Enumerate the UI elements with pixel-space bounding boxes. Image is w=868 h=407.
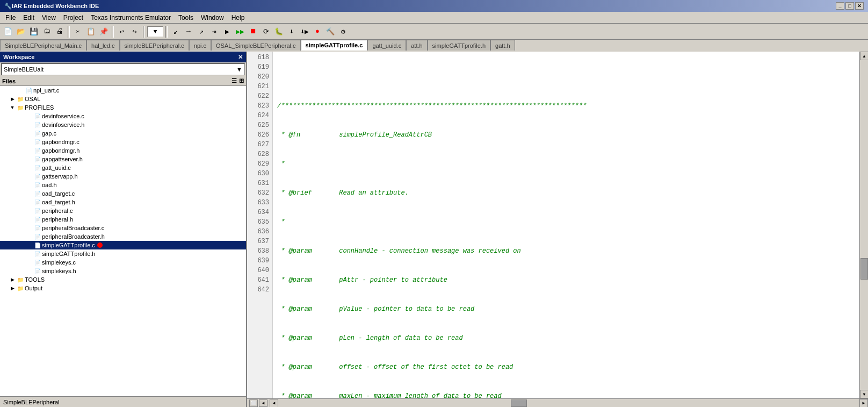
breakpoint-button[interactable]: ● bbox=[312, 26, 323, 38]
print-button[interactable]: 🖨 bbox=[54, 26, 66, 38]
workspace-close-button[interactable]: ✕ bbox=[238, 54, 243, 61]
tab-simpleGATTprofile-h[interactable]: simpleGATTprofile.h bbox=[428, 40, 490, 51]
run-to-cursor-button[interactable]: ▶ bbox=[221, 26, 233, 38]
tree-item-oad-target-h[interactable]: 📄 oad_target.h bbox=[0, 198, 246, 206]
tree-label-peripheral-c: peripheral.c bbox=[42, 208, 73, 214]
tree-label-oad-target-c: oad_target.c bbox=[42, 190, 75, 197]
tree-item-PROFILES[interactable]: ▼ 📁 PROFILES bbox=[0, 103, 246, 112]
bookmark-icon[interactable]: ⬜ bbox=[249, 399, 258, 407]
tree-item-TOOLS[interactable]: ▶ 📁 TOOLS bbox=[0, 275, 246, 284]
open-file-button[interactable]: 📂 bbox=[15, 26, 27, 38]
tree-item-simpleGATTprofile-h[interactable]: 📄 simpleGATTprofile.h bbox=[0, 249, 246, 258]
next-statement-button[interactable]: ⇥ bbox=[208, 26, 220, 38]
save-button[interactable]: 💾 bbox=[28, 26, 40, 38]
tree-item-gapgattserver-h[interactable]: 📄 gapgattserver.h bbox=[0, 155, 246, 163]
tree-expand-TOOLS[interactable]: ▶ bbox=[9, 276, 16, 283]
code-line-622: * @brief Read an attribute. bbox=[277, 188, 855, 198]
new-file-button[interactable]: 📄 bbox=[2, 26, 14, 38]
step-out-button[interactable]: ↗ bbox=[196, 26, 207, 38]
nav-back-icon[interactable]: ◀ bbox=[259, 399, 267, 407]
scroll-down-arrow[interactable]: ▼ bbox=[860, 390, 868, 398]
step-into-button[interactable]: ↙ bbox=[170, 26, 182, 38]
go-button[interactable]: ▶▶ bbox=[234, 26, 246, 38]
vertical-scroll-track[interactable] bbox=[860, 60, 868, 390]
download-run-button[interactable]: ⬇▶ bbox=[299, 26, 310, 38]
tree-expand-OSAL[interactable]: ▶ bbox=[9, 95, 16, 103]
tree-item-devinfoservice-c[interactable]: 📄 devinfoservice.c bbox=[0, 112, 246, 120]
h-file-icon-devinfoservice: 📄 bbox=[33, 121, 42, 128]
tree-item-gatt-uuid-c[interactable]: 📄 gatt_uuid.c bbox=[0, 163, 246, 172]
scroll-right-arrow[interactable]: ▶ bbox=[859, 399, 868, 408]
menu-edit[interactable]: Edit bbox=[20, 13, 38, 23]
tab-gatt-h[interactable]: gatt.h bbox=[490, 40, 515, 51]
tree-item-peripheral-h[interactable]: 📄 peripheral.h bbox=[0, 215, 246, 224]
line-num-641: 641 bbox=[247, 275, 269, 285]
tree-item-simplekeys-h[interactable]: 📄 simplekeys.h bbox=[0, 267, 246, 275]
tab-gatt_uuid[interactable]: gatt_uuid.c bbox=[367, 40, 406, 51]
tab-hal_lcd[interactable]: hal_lcd.c bbox=[86, 40, 119, 51]
tree-item-simplekeys-c[interactable]: 📄 simplekeys.c bbox=[0, 258, 246, 267]
tab-simpleBLEPeripheral[interactable]: simpleBLEPeripheral.c bbox=[120, 40, 189, 51]
menu-tools[interactable]: Tools bbox=[175, 13, 197, 23]
tab-SimpleBLEPeripheral_Main[interactable]: SimpleBLEPeripheral_Main.c bbox=[0, 40, 86, 51]
vertical-scroll-thumb[interactable] bbox=[860, 258, 868, 280]
tab-npi[interactable]: npi.c bbox=[189, 40, 211, 51]
tree-item-devinfoservice-h[interactable]: 📄 devinfoservice.h bbox=[0, 120, 246, 129]
tree-label-gapbondmgr-c: gapbondmgr.c bbox=[42, 139, 79, 145]
workspace-selector[interactable]: SimpleBLEUait ▼ bbox=[1, 63, 245, 75]
save-all-button[interactable]: 🗂 bbox=[41, 26, 53, 38]
files-view-icon[interactable]: ☰ bbox=[232, 77, 237, 84]
h-file-icon-gattservapp: 📄 bbox=[33, 173, 42, 180]
tree-item-Output[interactable]: ▶ 📁 Output bbox=[0, 284, 246, 292]
tree-item-peripheralBroadcaster-h[interactable]: 📄 peripheralBroadcaster.h bbox=[0, 232, 246, 241]
menu-window[interactable]: Window bbox=[198, 13, 227, 23]
close-button[interactable]: ✕ bbox=[855, 2, 864, 10]
code-content[interactable]: /***************************************… bbox=[273, 52, 859, 398]
tree-expand-PROFILES[interactable]: ▼ bbox=[9, 104, 16, 111]
files-settings-icon[interactable]: ⊞ bbox=[239, 77, 244, 84]
tree-item-npi-uart[interactable]: 📄 npi_uart.c bbox=[0, 86, 246, 95]
compile-button[interactable]: ⚙ bbox=[337, 26, 349, 38]
horizontal-scroll-track[interactable] bbox=[278, 399, 859, 408]
tree-item-gap-c[interactable]: 📄 gap.c bbox=[0, 129, 246, 138]
undo-button[interactable]: ↩ bbox=[116, 26, 128, 38]
workspace-dropdown-arrow[interactable]: ▼ bbox=[236, 66, 242, 73]
horizontal-scroll-thumb[interactable] bbox=[511, 399, 527, 407]
tree-item-gapbondmgr-c[interactable]: 📄 gapbondmgr.c bbox=[0, 138, 246, 146]
tab-OSAL_SimpleBLEPeripheral[interactable]: OSAL_SimpleBLEPeripheral.c bbox=[211, 40, 301, 51]
tree-item-gapbondmgr-h[interactable]: 📄 gapbondmgr.h bbox=[0, 146, 246, 155]
tree-expand-Output[interactable]: ▶ bbox=[9, 284, 16, 292]
minimize-button[interactable]: _ bbox=[836, 2, 844, 10]
cut-button[interactable]: ✂ bbox=[72, 26, 84, 38]
tab-att[interactable]: att.h bbox=[406, 40, 427, 51]
tab-simpleGATTprofile[interactable]: simpleGATTprofile.c bbox=[301, 40, 368, 51]
tree-item-oad-h[interactable]: 📄 oad.h bbox=[0, 181, 246, 189]
scroll-up-arrow[interactable]: ▲ bbox=[860, 52, 868, 60]
main-area: Workspace ✕ SimpleBLEUait ▼ Files ☰ ⊞ 📄 … bbox=[0, 52, 868, 407]
tree-item-peripheral-c[interactable]: 📄 peripheral.c bbox=[0, 206, 246, 215]
maximize-button[interactable]: □ bbox=[845, 2, 854, 10]
scroll-left-arrow[interactable]: ◀ bbox=[270, 399, 278, 408]
copy-button[interactable]: 📋 bbox=[85, 26, 97, 38]
tree-item-OSAL[interactable]: ▶ 📁 OSAL bbox=[0, 95, 246, 103]
redo-button[interactable]: ↪ bbox=[129, 26, 141, 38]
tree-item-gattservapp-h[interactable]: 📄 gattservapp.h bbox=[0, 172, 246, 181]
config-dropdown[interactable]: ▼ bbox=[147, 26, 163, 37]
stop-button[interactable]: ⏹ bbox=[247, 26, 259, 38]
debug-button[interactable]: 🐛 bbox=[273, 26, 285, 38]
tree-item-oad-target-c[interactable]: 📄 oad_target.c bbox=[0, 189, 246, 198]
menu-project[interactable]: Project bbox=[60, 13, 86, 23]
line-num-633: 633 bbox=[247, 198, 269, 208]
download-button[interactable]: ⬇ bbox=[286, 26, 298, 38]
menu-help[interactable]: Help bbox=[228, 13, 248, 23]
paste-button[interactable]: 📌 bbox=[98, 26, 110, 38]
tree-item-peripheralBroadcaster-c[interactable]: 📄 peripheralBroadcaster.c bbox=[0, 224, 246, 232]
menu-file[interactable]: File bbox=[2, 13, 19, 23]
tree-item-simpleGATTprofile-c[interactable]: 📄 simpleGATTprofile.c bbox=[0, 241, 246, 249]
menu-view[interactable]: View bbox=[39, 13, 59, 23]
make-button[interactable]: 🔨 bbox=[324, 26, 336, 38]
step-over-button[interactable]: → bbox=[183, 26, 194, 38]
folder-icon-PROFILES: 📁 bbox=[16, 104, 25, 111]
menu-ti-emulator[interactable]: Texas Instruments Emulator bbox=[88, 13, 174, 23]
reset-button[interactable]: ⟳ bbox=[260, 26, 272, 38]
